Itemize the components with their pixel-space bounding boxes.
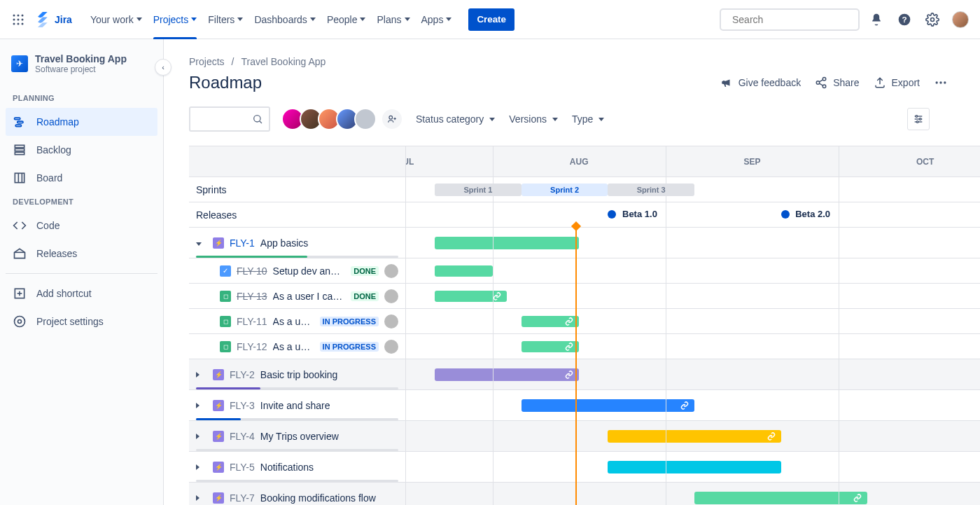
help-icon[interactable]: ? <box>893 8 916 31</box>
issue-key[interactable]: FLY-12 <box>237 341 267 352</box>
svg-point-31 <box>822 85 826 88</box>
versions-filter[interactable]: Versions <box>507 111 559 127</box>
issue-key[interactable]: FLY-4 <box>230 431 255 442</box>
global-search[interactable] <box>720 8 860 31</box>
nav-item-your-work[interactable]: Your work <box>85 8 148 31</box>
expand-toggle[interactable] <box>196 494 207 502</box>
expand-toggle[interactable] <box>196 463 207 471</box>
sidebar-item-label: Project settings <box>36 316 104 327</box>
issue-title[interactable]: Notifications <box>260 462 314 473</box>
epic-bar[interactable] <box>435 368 579 381</box>
issue-title[interactable]: Basic trip booking <box>260 369 338 380</box>
sprint-pill[interactable]: Sprint 3 <box>608 184 694 196</box>
code-icon <box>13 219 27 233</box>
sprint-pill[interactable]: Sprint 1 <box>435 184 522 196</box>
svg-point-46 <box>919 118 921 120</box>
issue-title[interactable]: Setup dev and ... <box>273 265 346 277</box>
epic-bar[interactable] <box>522 399 694 412</box>
issue-title[interactable]: My Trips overview <box>260 431 339 442</box>
issue-key[interactable]: FLY-3 <box>230 400 255 411</box>
issue-title[interactable]: As a use... <box>273 341 314 352</box>
breadcrumb-root[interactable]: Projects <box>189 56 225 67</box>
nav-item-dashboards[interactable]: Dashboards <box>248 8 321 31</box>
sidebar-item-releases[interactable]: Releases <box>6 240 158 268</box>
issue-type-icon: ◻ <box>220 291 231 302</box>
roadmap-icon <box>13 115 27 129</box>
issue-key[interactable]: FLY-13 <box>237 291 267 302</box>
share-button[interactable]: Share <box>808 71 866 94</box>
nav-item-projects[interactable]: Projects <box>148 8 203 31</box>
settings-icon[interactable] <box>921 8 944 31</box>
expand-toggle[interactable] <box>196 239 207 247</box>
issue-title[interactable]: Invite and share <box>260 400 330 411</box>
child-issue-row: ◻ FLY-11 As a user... IN PROGRESS <box>189 309 980 334</box>
sidebar-item-roadmap[interactable]: Roadmap <box>6 108 158 136</box>
issue-title[interactable]: Booking modifications flow <box>260 492 376 504</box>
nav-item-plans[interactable]: Plans <box>371 8 415 31</box>
export-button[interactable]: Export <box>867 71 927 94</box>
assignee-avatar[interactable] <box>384 340 398 354</box>
sprint-pill[interactable]: Sprint 2 <box>522 184 608 196</box>
give-feedback-button[interactable]: Give feedback <box>713 71 808 94</box>
sidebar-item-add-shortcut[interactable]: Add shortcut <box>6 279 158 307</box>
issue-key[interactable]: FLY-2 <box>230 369 255 380</box>
svg-rect-17 <box>15 145 24 147</box>
nav-item-apps[interactable]: Apps <box>416 8 458 31</box>
sidebar-item-project-settings[interactable]: Project settings <box>6 307 158 335</box>
more-actions-button[interactable] <box>927 71 955 94</box>
epic-bar[interactable] <box>435 237 579 249</box>
svg-point-35 <box>939 81 941 83</box>
expand-toggle[interactable] <box>196 432 207 441</box>
roadmap-search[interactable] <box>189 106 270 132</box>
issue-key[interactable]: FLY-5 <box>230 462 255 473</box>
issue-key[interactable]: FLY-11 <box>237 316 267 327</box>
status-badge[interactable]: DONE <box>351 266 379 276</box>
profile-avatar[interactable] <box>949 8 972 31</box>
sidebar-item-board[interactable]: Board <box>6 164 158 192</box>
status-badge[interactable]: DONE <box>351 291 379 301</box>
notifications-icon[interactable] <box>865 8 888 31</box>
view-settings-button[interactable] <box>907 108 930 130</box>
epic-bar[interactable] <box>694 492 867 504</box>
svg-point-1 <box>18 14 20 16</box>
issue-key[interactable]: FLY-10 <box>237 265 267 277</box>
add-assignee-button[interactable] <box>381 108 403 130</box>
issue-title[interactable]: As a user... <box>273 316 314 327</box>
issue-bar[interactable] <box>435 265 492 277</box>
expand-toggle[interactable] <box>196 401 207 410</box>
status-badge[interactable]: IN PROGRESS <box>320 342 379 352</box>
issue-key[interactable]: FLY-1 <box>230 237 255 249</box>
issue-bar[interactable] <box>435 291 507 302</box>
issue-title[interactable]: App basics <box>260 237 308 249</box>
create-button[interactable]: Create <box>468 8 514 31</box>
type-filter[interactable]: Type <box>570 111 606 127</box>
issue-title[interactable]: As a user I can ... <box>273 291 346 302</box>
project-header[interactable]: ✈ Travel Booking App Software project <box>6 53 158 88</box>
link-icon <box>767 432 776 441</box>
issue-key[interactable]: FLY-7 <box>230 492 255 504</box>
nav-item-people[interactable]: People <box>321 8 372 31</box>
expand-toggle[interactable] <box>196 371 207 379</box>
global-search-input[interactable] <box>732 14 855 25</box>
app-switcher-icon[interactable] <box>8 8 28 31</box>
issue-bar[interactable] <box>522 341 579 352</box>
assignee-avatar[interactable] <box>384 289 398 303</box>
sidebar-item-code[interactable]: Code <box>6 212 158 240</box>
sidebar-item-backlog[interactable]: Backlog <box>6 136 158 164</box>
link-icon <box>565 371 573 379</box>
status-category-filter[interactable]: Status category <box>414 111 496 127</box>
assignee-filter[interactable] <box>281 108 403 130</box>
epic-bar[interactable] <box>608 461 780 473</box>
nav-item-filters[interactable]: Filters <box>202 8 248 31</box>
issue-bar[interactable] <box>522 316 579 327</box>
release-marker[interactable] <box>608 210 616 219</box>
assignee-avatar[interactable] <box>384 314 398 328</box>
chevron-down-icon <box>191 18 197 21</box>
jira-logo[interactable]: Jira <box>31 12 76 27</box>
status-badge[interactable]: IN PROGRESS <box>320 317 379 326</box>
breadcrumb-current[interactable]: Travel Booking App <box>241 56 326 67</box>
release-marker[interactable] <box>781 210 790 219</box>
assignee-avatar[interactable] <box>384 264 398 278</box>
breadcrumb: Projects / Travel Booking App <box>164 56 980 67</box>
epic-bar[interactable] <box>608 430 780 443</box>
